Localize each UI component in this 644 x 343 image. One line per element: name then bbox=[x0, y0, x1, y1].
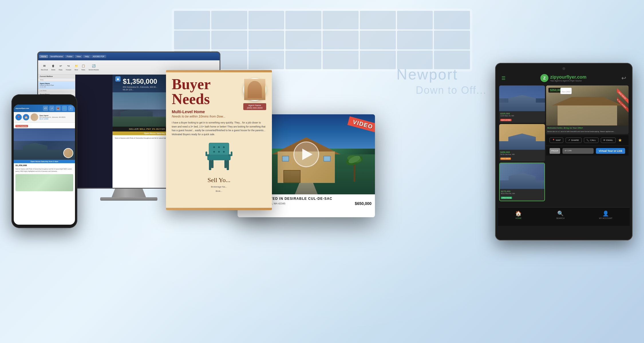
background-text-newport: Newport bbox=[396, 66, 458, 83]
bottom-nav-home[interactable]: 🏠 HOME bbox=[515, 210, 521, 224]
palm-svg bbox=[343, 153, 366, 182]
agent-silhouette-flyer bbox=[248, 81, 262, 98]
tablet-container: ☰ Z zipyourflyer.com Your Agent to Agent… bbox=[495, 63, 633, 240]
share-button[interactable]: ↗ SHARE bbox=[566, 137, 582, 143]
tablet-listing-thumb-2[interactable]: $275,000 9012 Pine Rd, WA OPEN HOUSE bbox=[499, 163, 545, 201]
new-email-icon: ✉ bbox=[42, 63, 47, 68]
buyer-property-detail: Needs to be within 10mins from Dow... bbox=[172, 115, 266, 118]
phone-bookmark-icon[interactable]: 🏷 bbox=[43, 106, 48, 111]
call-icon: 📞 bbox=[586, 139, 589, 141]
svg-point-7 bbox=[218, 146, 220, 148]
thumb-house-silhouette-2 bbox=[500, 172, 544, 189]
tablet-menu-icon[interactable]: ☰ bbox=[501, 75, 505, 81]
chair-illustration bbox=[172, 139, 266, 174]
phone-home-nav-icon[interactable]: 🏠 bbox=[23, 114, 29, 120]
window-left bbox=[282, 156, 289, 161]
phone-agent-bar: 📍 🏠 Sam Agent 654 Homeview Dr., Edmonds,… bbox=[14, 112, 75, 123]
listing-card-text: Motivated Seller, Bring Us Your Offer! H… bbox=[546, 125, 629, 134]
delete-btn[interactable]: Delete bbox=[50, 68, 56, 71]
tab-adobe[interactable]: ADOBE PDF bbox=[91, 55, 106, 58]
phone-post-icon[interactable]: 📤 bbox=[56, 106, 61, 111]
send-receive-btn[interactable]: Send & Receive bbox=[88, 68, 100, 71]
tablet-logo: Z zipyourflyer.com Your Agent to Agent E… bbox=[540, 74, 586, 82]
phone-tweet-icon[interactable]: 🐦 bbox=[62, 106, 67, 111]
phone-share-icon[interactable]: ↗ bbox=[49, 106, 54, 111]
tablet-action-bar: 📍 MAP ↗ SHARE 📞 CALL ✉ bbox=[546, 135, 629, 145]
reply-btn[interactable]: Reply bbox=[58, 68, 64, 71]
phone-mls: MLS# 123456 bbox=[39, 118, 73, 120]
thumb-badge-0: NEW LISTING bbox=[500, 119, 511, 121]
buyer-agent-phone-text: (000) 000-0000 bbox=[245, 107, 264, 109]
rules-btn[interactable]: Rules bbox=[80, 68, 86, 71]
monitor-stand bbox=[112, 189, 146, 197]
buyer-needs-flyer: Agent Name (000) 000-0000 Buyer Needs Mu… bbox=[166, 70, 272, 210]
proof-button[interactable]: PROOF bbox=[550, 148, 560, 154]
tablet-logo-subtitle: Your Agent to Agent E-Flyer Source bbox=[550, 80, 586, 82]
tab-home[interactable]: Home bbox=[39, 55, 48, 58]
phone-open-house: Open House Saturday from 2-4pm bbox=[14, 160, 75, 163]
search-nav-icon: 🔍 bbox=[557, 210, 564, 217]
tab-send-receive[interactable]: Send/Receive bbox=[49, 55, 65, 58]
chair-svg bbox=[203, 139, 235, 173]
tablet-back-button[interactable]: ↩ bbox=[621, 75, 626, 81]
move-btn[interactable]: Move bbox=[74, 68, 79, 71]
buyer-description: I have a Buyer looking to get in to some… bbox=[172, 121, 266, 136]
flyer-top-banner bbox=[166, 70, 272, 72]
send-receive-icon: 🔄 bbox=[91, 63, 96, 68]
tablet-main-listing: $350,000 NEW PRICE! HOME ON 2 ACRES! bbox=[546, 85, 629, 134]
tab-view[interactable]: View bbox=[75, 55, 82, 58]
phone-screen: zipyourflyer.com 🏷 ↗ 📤 🐦 f 📍 🏠 bbox=[14, 105, 75, 225]
map-button[interactable]: 📍 MAP bbox=[550, 137, 563, 143]
svg-point-10 bbox=[218, 151, 220, 153]
palm-trees bbox=[343, 153, 366, 183]
email-item-0[interactable]: Agent Name Check Out My E-Flyer 11:01 AM bbox=[38, 81, 75, 89]
flyer-content: Agent Name (000) 000-0000 Buyer Needs Mu… bbox=[166, 72, 272, 197]
home-nav-label: HOME bbox=[515, 217, 521, 219]
thumb-price-2: $275,000 bbox=[501, 190, 543, 193]
phone-location-icon-wrapper: 📍 bbox=[15, 114, 22, 120]
phone-price-badge: Price Reduction bbox=[15, 125, 28, 127]
tablet-listing-thumb-1[interactable]: $450,000 5678 Oak Ave, WA PRICE DROP bbox=[499, 124, 545, 161]
tablet-main-area: $350,000 NEW PRICE! HOME ON 2 ACRES! bbox=[546, 85, 629, 206]
phone-description: Sure to Impress with Pride of Ownership … bbox=[14, 167, 75, 173]
thumb-image-2 bbox=[500, 163, 544, 189]
thumb-house-silhouette-1 bbox=[499, 133, 545, 150]
share-label: SHARE bbox=[571, 139, 579, 141]
video-play-button[interactable] bbox=[293, 141, 319, 167]
svg-rect-1 bbox=[209, 143, 229, 155]
svg-point-9 bbox=[213, 151, 215, 153]
property-price: $650,000 bbox=[355, 201, 372, 206]
buyer-property-type: Multi-Level Home bbox=[172, 109, 266, 114]
thumb-info-1: $450,000 5678 Oak Ave, WA PRICE DROP bbox=[499, 150, 545, 161]
tab-help[interactable]: Help bbox=[83, 55, 90, 58]
bottom-nav-account[interactable]: 👤 MY ACCOUNT bbox=[599, 210, 613, 224]
buyer-agent-photo bbox=[243, 78, 266, 101]
your-logo-placeholder: Your LOGO bbox=[560, 88, 572, 94]
new-email-btn[interactable]: New Email bbox=[40, 68, 49, 71]
share-icon: ↗ bbox=[568, 139, 570, 141]
forward-icon: ↪ bbox=[66, 63, 71, 68]
phone-container: zipyourflyer.com 🏷 ↗ 📤 🐦 f 📍 🏠 bbox=[11, 94, 77, 228]
call-button[interactable]: 📞 CALL bbox=[584, 137, 598, 143]
phone-agent-avatar bbox=[30, 113, 38, 121]
thumb-badge-1: PRICE DROP bbox=[500, 157, 511, 160]
tablet-content-area: $325,000 1234 Main St, WA NEW LISTING $4… bbox=[498, 84, 630, 207]
tablet-logo-text: zipyourflyer.com bbox=[550, 75, 586, 79]
email-button[interactable]: ✉ EMAIL bbox=[601, 137, 616, 143]
email-list-header: Current Mailbox bbox=[38, 75, 75, 78]
tablet-listing-thumb-0[interactable]: $325,000 1234 Main St, WA NEW LISTING bbox=[499, 85, 545, 123]
new-price-banner-container: NEW PRICE! HOME ON 2 ACRES! bbox=[617, 85, 629, 125]
phone-agent-circle bbox=[63, 148, 73, 158]
phone-fb-icon[interactable]: f bbox=[68, 106, 73, 111]
pin-icon: 📍 bbox=[17, 116, 20, 119]
tablet-screen: ☰ Z zipyourflyer.com Your Agent to Agent… bbox=[498, 72, 630, 238]
call-label: CALL bbox=[590, 139, 596, 141]
tablet-logo-text-group: zipyourflyer.com Your Agent to Agent E-F… bbox=[550, 75, 586, 82]
tab-folder[interactable]: Folder bbox=[65, 55, 74, 58]
virtual-tour-button[interactable]: Virtual Tour or Link bbox=[596, 148, 625, 154]
tablet-camera bbox=[562, 67, 565, 70]
virtual-tour-row: PROOF or Link Virtual Tour or Link bbox=[546, 146, 629, 155]
forward-btn[interactable]: Forward bbox=[65, 68, 72, 71]
bottom-nav-search[interactable]: 🔍 SEARCH bbox=[556, 210, 564, 224]
svg-rect-5 bbox=[224, 160, 227, 168]
